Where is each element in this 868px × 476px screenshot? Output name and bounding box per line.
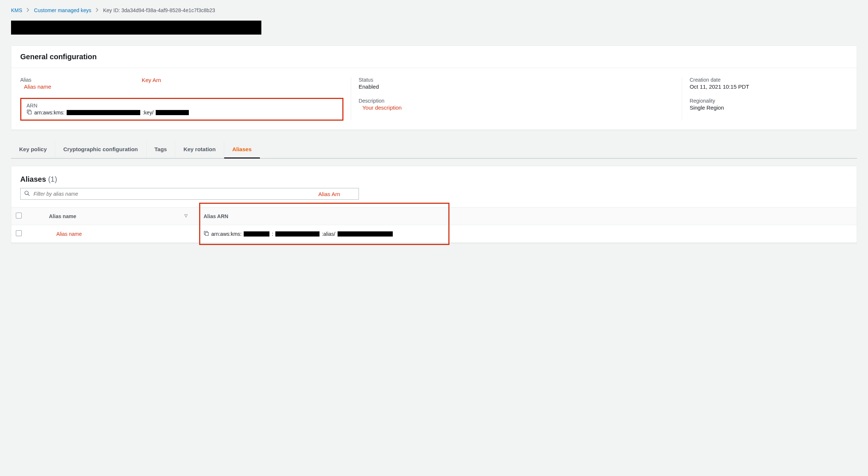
- description-value: Your description: [359, 104, 674, 111]
- page-title-redacted: [11, 21, 261, 35]
- copy-icon[interactable]: [204, 231, 209, 237]
- redacted-account: [275, 231, 320, 237]
- row-alias-name[interactable]: Alias name: [34, 231, 82, 237]
- breadcrumb-kms[interactable]: KMS: [11, 7, 22, 13]
- alias-filter-input[interactable]: [33, 191, 318, 197]
- breadcrumb-cmk[interactable]: Customer managed keys: [34, 7, 91, 13]
- svg-rect-5: [205, 232, 208, 235]
- arn-text-prefix: arn:aws:kms:: [34, 110, 64, 116]
- redacted-alias: [338, 231, 393, 237]
- alias-value: Alias name: [20, 84, 343, 90]
- tab-key-policy[interactable]: Key policy: [11, 141, 55, 158]
- redacted-region: [244, 231, 269, 237]
- tab-key-rotation[interactable]: Key rotation: [175, 141, 224, 158]
- aliases-count: (1): [48, 175, 57, 183]
- regionality-label: Regionality: [689, 98, 848, 104]
- arn-value: arn:aws:kms::key/: [27, 109, 337, 116]
- svg-rect-1: [28, 111, 31, 114]
- select-all-checkbox[interactable]: [16, 213, 22, 219]
- svg-point-2: [25, 191, 28, 194]
- aliases-heading: Aliases (1): [20, 175, 848, 184]
- table-row: Alias name arn:aws:kms:::alias/: [11, 225, 857, 243]
- chevron-right-icon: [27, 7, 29, 13]
- aliases-panel: Aliases (1) Alias Arn: [11, 166, 857, 243]
- arn-text-mid: :key/: [142, 110, 154, 116]
- col-alias-arn[interactable]: Alias ARN: [199, 207, 857, 225]
- svg-line-3: [28, 194, 29, 196]
- row-arn-prefix: arn:aws:kms:: [211, 231, 241, 237]
- alias-filter-box[interactable]: Alias Arn: [20, 188, 359, 200]
- row-arn-sep1: :: [272, 231, 273, 237]
- tab-crypto-config[interactable]: Cryptographic configuration: [55, 141, 147, 158]
- row-arn-sep2: :alias/: [322, 231, 335, 237]
- sort-icon[interactable]: ▽: [184, 213, 187, 218]
- general-config-panel: General configuration Alias Alias name K…: [11, 46, 857, 130]
- redacted-keyid: [156, 110, 189, 115]
- arn-highlight-box: ARN arn:aws:kms::key/: [20, 98, 343, 121]
- status-label: Status: [359, 77, 674, 83]
- status-value: Enabled: [359, 84, 674, 90]
- creation-date-value: Oct 11, 2021 10:15 PDT: [689, 84, 848, 90]
- alias-arn-annotation: Alias Arn: [318, 191, 340, 197]
- creation-date-label: Creation date: [689, 77, 848, 83]
- regionality-value: Single Region: [689, 104, 848, 111]
- aliases-heading-text: Aliases: [20, 175, 46, 183]
- breadcrumb-current: Key ID: 3da34d94-f38a-4af9-8528-4e1c7f3c…: [103, 7, 215, 13]
- key-tabs: Key policy Cryptographic configuration T…: [11, 141, 857, 159]
- arn-label: ARN: [27, 103, 337, 109]
- tab-aliases[interactable]: Aliases: [224, 141, 260, 159]
- key-arn-annotation: Key Arn: [142, 77, 161, 83]
- alias-label: Alias: [20, 77, 343, 83]
- copy-icon[interactable]: [27, 109, 32, 116]
- general-config-heading: General configuration: [20, 53, 848, 61]
- col-alias-name[interactable]: Alias name ▽: [30, 207, 199, 225]
- col-alias-name-label: Alias name: [34, 213, 76, 219]
- description-label: Description: [359, 98, 674, 104]
- tab-tags[interactable]: Tags: [147, 141, 176, 158]
- search-icon: [24, 191, 30, 197]
- aliases-table: Alias name ▽ Alias ARN Alias name: [11, 207, 857, 243]
- row-alias-arn: arn:aws:kms:::alias/: [204, 231, 852, 237]
- row-checkbox[interactable]: [16, 230, 22, 236]
- breadcrumb: KMS Customer managed keys Key ID: 3da34d…: [11, 7, 857, 13]
- chevron-right-icon: [96, 7, 99, 13]
- redacted-region-account: [67, 110, 140, 115]
- col-alias-arn-label: Alias ARN: [204, 213, 228, 219]
